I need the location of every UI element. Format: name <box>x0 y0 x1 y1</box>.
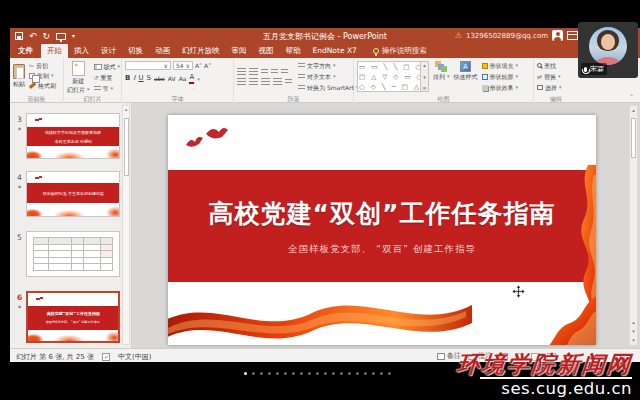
arrange-button[interactable]: 排列▾ <box>433 61 450 81</box>
account-avatar-icon[interactable] <box>552 30 563 41</box>
shrink-font-button[interactable]: A˅ <box>204 61 211 70</box>
page-dot[interactable] <box>340 372 343 375</box>
ribbon-display-options-icon[interactable] <box>567 31 578 40</box>
tab-file[interactable]: 文件 <box>10 44 41 58</box>
thumbnail-scrollbar[interactable]: ▴ <box>122 105 130 345</box>
presenter-video-tile[interactable]: 宋霖 <box>578 22 638 78</box>
page-dot[interactable] <box>380 372 383 375</box>
grow-font-button[interactable]: A˄ <box>195 61 202 70</box>
scrollbar-thumb[interactable] <box>631 118 636 158</box>
tab-review[interactable]: 审阅 <box>226 44 253 58</box>
slide-scrollbar[interactable]: ▴ ▴ ▾ ▾ <box>629 105 638 346</box>
page-dot[interactable] <box>388 372 391 375</box>
slide-thumbnail-panel[interactable]: 3 ✶ 地球科学学院地质学国家基地班 本科生党支部 张晓彤 4 ✶ 双创标杆院系… <box>10 103 132 348</box>
spell-check-icon[interactable] <box>102 353 110 361</box>
shape-fill-button[interactable]: 形状填充▾ <box>482 61 519 70</box>
strikethrough-button[interactable]: abc <box>154 74 165 83</box>
align-text-button[interactable]: 对齐文本▾ <box>298 72 359 81</box>
page-dot[interactable] <box>292 372 295 375</box>
tab-transitions[interactable]: 切换 <box>122 44 149 58</box>
align-left-icon[interactable] <box>237 78 246 85</box>
text-shadow-button[interactable]: S <box>147 74 151 83</box>
format-painter-button[interactable]: 格式刷 <box>29 81 56 90</box>
page-dot[interactable] <box>260 372 263 375</box>
slide-thumbnail-3[interactable]: 地球科学学院地质学国家基地班 本科生党支部 张晓彤 <box>26 113 120 159</box>
page-dot[interactable] <box>284 372 287 375</box>
layout-button[interactable]: 版式▾ <box>94 62 121 71</box>
page-dot[interactable] <box>300 372 303 375</box>
bullets-icon[interactable] <box>237 68 246 75</box>
slide-thumbnail-4[interactable]: 双创标杆院系 学生党支部创建纪实 <box>26 171 120 217</box>
tab-home[interactable]: 开始 <box>41 44 68 58</box>
page-dot[interactable] <box>324 372 327 375</box>
tell-me-search[interactable]: 操作说明搜索 <box>382 44 427 58</box>
account-email[interactable]: 13296502889@qq.com <box>466 32 548 40</box>
text-direction-button[interactable]: 文字方向▾ <box>298 61 359 70</box>
page-dot[interactable] <box>244 372 247 375</box>
char-spacing-button[interactable]: AV <box>168 74 176 83</box>
text-direction-icon <box>298 63 305 69</box>
tab-endnote[interactable]: EndNote X7 <box>307 44 363 58</box>
collapse-ribbon-icon[interactable]: ⌃ <box>629 93 634 100</box>
quick-styles-button[interactable]: A 快速样式 <box>454 61 478 81</box>
increase-indent-icon[interactable] <box>271 69 278 75</box>
shape-outline-button[interactable]: 形状轮廓▾ <box>482 72 519 81</box>
align-center-icon[interactable] <box>249 78 258 85</box>
scrollbar-thumb[interactable] <box>124 118 129 176</box>
replace-button[interactable]: ⇄替换▾ <box>537 72 575 81</box>
justify-icon[interactable] <box>273 78 282 85</box>
paste-button[interactable]: 粘贴 <box>13 64 25 88</box>
cut-button[interactable]: ✂剪切 <box>29 61 56 70</box>
tab-design[interactable]: 设计 <box>95 44 122 58</box>
section-button[interactable]: 节▾ <box>94 84 121 93</box>
italic-button[interactable]: I <box>133 74 135 83</box>
tab-help[interactable]: 帮助 <box>280 44 307 58</box>
convert-smartart-button[interactable]: 转换为 SmartArt▾ <box>298 83 359 92</box>
page-dot[interactable] <box>268 372 271 375</box>
language-indicator[interactable]: 中文(中国) <box>118 352 151 362</box>
page-dot[interactable] <box>252 372 255 375</box>
decrease-indent-icon[interactable] <box>261 69 268 75</box>
next-slide-icon[interactable]: ▾ <box>630 327 637 336</box>
page-dots[interactable] <box>244 371 396 375</box>
tab-slideshow[interactable]: 幻灯片放映 <box>176 44 226 58</box>
numbering-icon[interactable] <box>249 68 258 75</box>
scroll-down-icon[interactable]: ▾ <box>630 336 637 345</box>
page-dot[interactable] <box>276 372 279 375</box>
find-button[interactable]: 查找 <box>537 61 575 70</box>
shape-outline-icon <box>482 74 488 80</box>
page-dot[interactable] <box>372 372 375 375</box>
page-dot[interactable] <box>348 372 351 375</box>
page-dot[interactable] <box>332 372 335 375</box>
align-right-icon[interactable] <box>261 78 270 85</box>
columns-icon[interactable] <box>285 79 292 85</box>
bold-button[interactable]: B <box>125 74 130 83</box>
change-case-button[interactable]: Aa <box>179 74 187 83</box>
select-button[interactable]: 选择▾ <box>537 83 575 92</box>
new-slide-icon <box>72 61 85 76</box>
copy-button[interactable]: 复制▾ <box>29 71 56 80</box>
font-size-combo[interactable]: 54∨ <box>173 61 193 70</box>
tab-view[interactable]: 视图 <box>253 44 280 58</box>
line-spacing-icon[interactable] <box>281 69 288 75</box>
copy-icon <box>29 73 35 79</box>
new-slide-button[interactable]: 新建 幻灯片▾ <box>67 61 90 94</box>
font-name-combo[interactable]: ∨ <box>125 61 171 70</box>
slide-thumbnail-6-current[interactable]: 高校党建“双创”工作任务指南 全国样板党支部、 “双百” 创建工作指导 <box>26 291 120 343</box>
shape-gallery[interactable]: ▭ ▭ ╲ ╲ □ ○ □ △ ▽ ◇ ▭ ○ ○ ◇ ╲ ─ □ △ <box>357 61 421 92</box>
underline-button[interactable]: U <box>138 74 143 83</box>
current-slide[interactable]: 高校党建“双创”工作任务指南 全国样板党支部、 “双百” 创建工作指导 <box>168 115 596 345</box>
previous-slide-icon[interactable]: ▴ <box>630 318 637 327</box>
reset-button[interactable]: ↺重置 <box>94 73 121 82</box>
page-dot[interactable] <box>364 372 367 375</box>
slide-thumbnail-5[interactable] <box>26 231 120 277</box>
tab-animations[interactable]: 动画 <box>149 44 176 58</box>
page-dot[interactable] <box>308 372 311 375</box>
scroll-up-icon[interactable]: ▴ <box>630 106 637 115</box>
font-color-button[interactable]: A <box>189 73 194 84</box>
shape-gallery-scroll[interactable]: ▴▾≡ <box>421 61 429 92</box>
page-dot[interactable] <box>356 372 359 375</box>
shape-effects-button[interactable]: 形状效果▾ <box>482 83 519 92</box>
tab-insert[interactable]: 插入 <box>68 44 95 58</box>
page-dot[interactable] <box>316 372 319 375</box>
